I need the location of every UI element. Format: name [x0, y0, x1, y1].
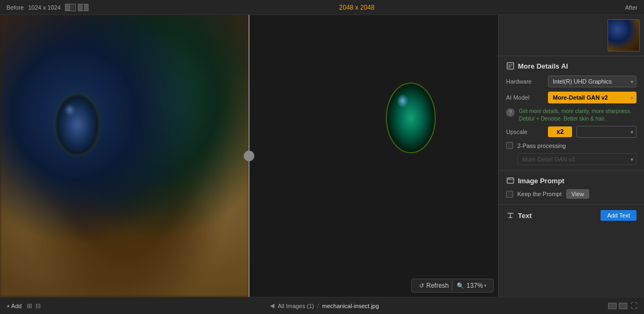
- after-size: 2048 x 2048: [339, 4, 375, 11]
- image-thumbnail[interactable]: [608, 19, 640, 51]
- info-row: ? Get more details, more clarity, more s…: [506, 108, 636, 123]
- ai-model-select[interactable]: More-Detail GAN v2: [548, 92, 636, 103]
- section-title-text: More Details AI: [518, 62, 568, 70]
- ai-model-label: AI Model: [506, 94, 544, 101]
- zoom-value: 137%: [466, 282, 483, 289]
- info-text: Get more details, more clarity, more sha…: [519, 108, 636, 123]
- svg-point-7: [509, 178, 510, 180]
- ai-model-row: AI Model More-Detail GAN v2: [506, 92, 636, 103]
- keep-prompt-label: Keep the Prompt: [517, 191, 562, 197]
- upscale-label: Upscale: [506, 129, 544, 135]
- eye-highlight-right: [397, 94, 408, 108]
- status-icons: [608, 303, 627, 309]
- image-area: ↺ Refresh 🔍 137% ▾: [0, 15, 498, 297]
- upscale-control: x2: [548, 126, 636, 138]
- image-prompt-section: Image Prompt Keep the Prompt View: [499, 171, 644, 205]
- eye-highlight-left: [64, 104, 75, 116]
- grid-multi-icon[interactable]: ⊟: [35, 302, 41, 310]
- zoom-icon: 🔍: [457, 282, 464, 289]
- before-panel: [0, 15, 249, 297]
- info-line2: Deblur + Denoise. Better skin & hair.: [519, 116, 605, 122]
- thumbnail-area: [499, 15, 644, 56]
- zoom-control[interactable]: 🔍 137% ▾: [455, 281, 489, 290]
- pass-checkbox[interactable]: [506, 142, 513, 149]
- view-button[interactable]: View: [566, 189, 590, 199]
- eye-left: [55, 94, 100, 156]
- after-image: [249, 15, 498, 297]
- refresh-label: Refresh: [426, 282, 449, 289]
- info-icon: ?: [506, 108, 515, 117]
- status-icon-2: [619, 303, 627, 309]
- ai-model-select-wrapper: More-Detail GAN v2: [548, 92, 636, 103]
- file-name: mechanical-insect.jpg: [322, 303, 379, 309]
- grid-single-icon[interactable]: ⊞: [27, 302, 32, 310]
- after-panel: [249, 15, 498, 297]
- main-content: ↺ Refresh 🔍 137% ▾: [0, 15, 644, 297]
- svg-point-6: [508, 178, 509, 180]
- zoom-chevron-icon: ▾: [484, 283, 487, 288]
- bottom-center: ◀ All Images (1) / mechanical-insect.jpg: [270, 302, 379, 309]
- after-info: After: [625, 4, 638, 11]
- right-panel: More Details AI Hardware Intel(R) UHD Gr…: [498, 15, 644, 297]
- zoom-dropdown[interactable]: 137% ▾: [466, 282, 487, 289]
- before-label: Before: [6, 4, 24, 11]
- keep-prompt-checkbox[interactable]: [506, 191, 513, 198]
- add-text-button[interactable]: Add Text: [601, 210, 636, 221]
- bottom-bar: + Add ⊞ ⊟ ◀ All Images (1) / mechanical-…: [0, 297, 644, 314]
- text-label: Text: [518, 212, 532, 220]
- after-label: After: [625, 4, 638, 11]
- before-info: Before 1024 x 1024: [6, 4, 89, 11]
- upscale-row: Upscale x2: [506, 126, 636, 138]
- fullscreen-icon[interactable]: ⛶: [631, 302, 638, 310]
- upscale-value[interactable]: x2: [548, 126, 572, 137]
- bottom-left: + Add ⊞ ⊟: [6, 302, 41, 310]
- hardware-select[interactable]: Intel(R) UHD Graphics: [548, 76, 636, 87]
- breadcrumb-separator: /: [317, 303, 319, 309]
- image-prompt-title: Image Prompt: [518, 177, 565, 185]
- upscale-select[interactable]: [576, 126, 636, 138]
- info-line1: Get more details, more clarity, more sha…: [519, 108, 632, 114]
- hardware-select-wrapper: Intel(R) UHD Graphics: [548, 76, 636, 87]
- details-icon: [506, 62, 515, 70]
- pass-processing-row: 2-Pass processing: [506, 142, 636, 149]
- hardware-label: Hardware: [506, 78, 544, 85]
- text-header: Text Add Text: [506, 210, 636, 221]
- grid-icons: ⊞ ⊟: [27, 302, 41, 310]
- split-view-icon[interactable]: [65, 4, 76, 11]
- image-prompt-header: Image Prompt: [506, 176, 636, 185]
- before-size: 1024 x 1024: [28, 4, 61, 11]
- status-icon-1: [608, 303, 617, 309]
- hardware-row: Hardware Intel(R) UHD Graphics: [506, 76, 636, 87]
- text-section: Text Add Text: [499, 205, 644, 226]
- pass-model-select[interactable]: More-Detail GAN v2: [517, 153, 636, 165]
- compare-icons: [65, 4, 89, 11]
- keep-prompt-row: Keep the Prompt View: [506, 189, 636, 199]
- nav-label: All Images (1): [277, 303, 314, 309]
- sidebyside-view-icon[interactable]: [78, 4, 89, 11]
- section-title: More Details AI: [506, 62, 636, 70]
- text-title: Text: [506, 211, 532, 220]
- refresh-button[interactable]: ↺ Refresh: [416, 281, 452, 290]
- add-button[interactable]: + Add: [6, 303, 21, 309]
- image-prompt-icon: [506, 176, 515, 185]
- pass-label: 2-Pass processing: [517, 143, 566, 149]
- pass-model-select-wrapper: More-Detail GAN v2: [517, 153, 636, 165]
- before-image: [0, 15, 249, 297]
- more-details-section: More Details AI Hardware Intel(R) UHD Gr…: [499, 56, 644, 171]
- eye-right: [386, 83, 436, 153]
- nav-back-icon[interactable]: ◀: [270, 302, 274, 309]
- bottom-right: ⛶: [608, 302, 638, 310]
- upscale-dropdown-wrapper: [576, 126, 636, 138]
- text-icon: [506, 211, 515, 220]
- add-label: + Add: [6, 303, 21, 309]
- pass-model-row: More-Detail GAN v2: [506, 153, 636, 165]
- refresh-icon: ↺: [419, 282, 424, 289]
- top-bar: Before 1024 x 1024 2048 x 2048 After: [0, 0, 644, 15]
- image-bottom-bar: ↺ Refresh 🔍 137% ▾: [411, 279, 494, 293]
